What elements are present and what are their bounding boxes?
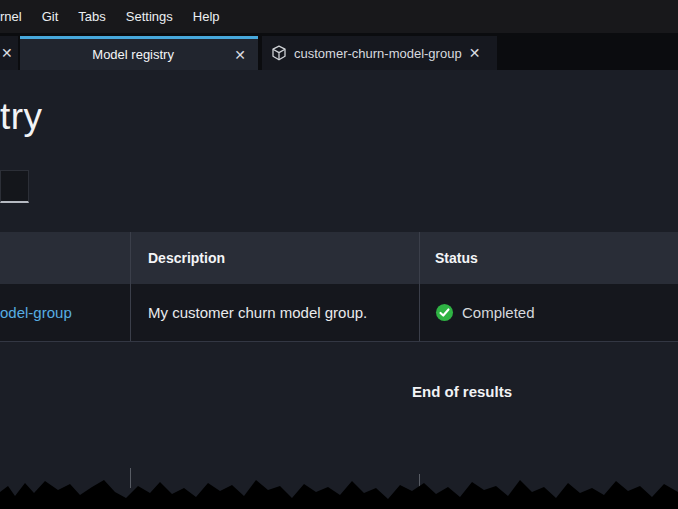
search-input[interactable] bbox=[0, 170, 29, 203]
tab-bar: ✕ Model registry ✕ customer-churn-model-… bbox=[0, 33, 678, 70]
model-registry-panel: try Description Status odel-group My cus… bbox=[0, 70, 678, 509]
model-groups-table: Description Status odel-group My custome… bbox=[0, 232, 678, 342]
menu-item-help[interactable]: Help bbox=[183, 9, 230, 24]
menu-item-git[interactable]: Git bbox=[32, 9, 69, 24]
model-group-link[interactable]: odel-group bbox=[0, 304, 72, 321]
close-icon[interactable]: ✕ bbox=[234, 47, 246, 63]
table-row: odel-group My customer churn model group… bbox=[0, 284, 678, 342]
status-badge: Completed bbox=[435, 303, 535, 322]
tab-label: Model registry bbox=[32, 47, 234, 62]
tab-model-registry[interactable]: Model registry ✕ bbox=[20, 36, 258, 70]
close-icon[interactable]: ✕ bbox=[469, 45, 481, 61]
app-window: rnel Git Tabs Settings Help ✕ Model regi… bbox=[0, 0, 678, 509]
menu-item-settings[interactable]: Settings bbox=[116, 9, 183, 24]
menu-bar: rnel Git Tabs Settings Help bbox=[0, 0, 678, 33]
page-title-partial: try bbox=[0, 96, 43, 138]
description-cell: My customer churn model group. bbox=[148, 304, 367, 321]
torn-black-edge bbox=[0, 469, 678, 509]
menu-item-tabs[interactable]: Tabs bbox=[68, 9, 115, 24]
end-of-results-label: End of results bbox=[412, 383, 512, 400]
column-header-description: Description bbox=[130, 232, 419, 284]
close-icon[interactable]: ✕ bbox=[1, 45, 13, 61]
success-check-icon bbox=[435, 303, 454, 322]
tab-partial-left[interactable]: ✕ bbox=[0, 36, 18, 70]
package-cube-icon bbox=[271, 45, 287, 61]
table-header-row: Description Status bbox=[0, 232, 678, 284]
tab-customer-churn-model-group[interactable]: customer-churn-model-group ✕ bbox=[262, 36, 497, 70]
column-header-status: Status bbox=[419, 232, 678, 284]
menu-item-kernel-partial[interactable]: rnel bbox=[0, 9, 32, 24]
tab-label: customer-churn-model-group bbox=[294, 46, 462, 61]
column-header-name bbox=[0, 232, 130, 284]
status-text: Completed bbox=[462, 304, 535, 321]
